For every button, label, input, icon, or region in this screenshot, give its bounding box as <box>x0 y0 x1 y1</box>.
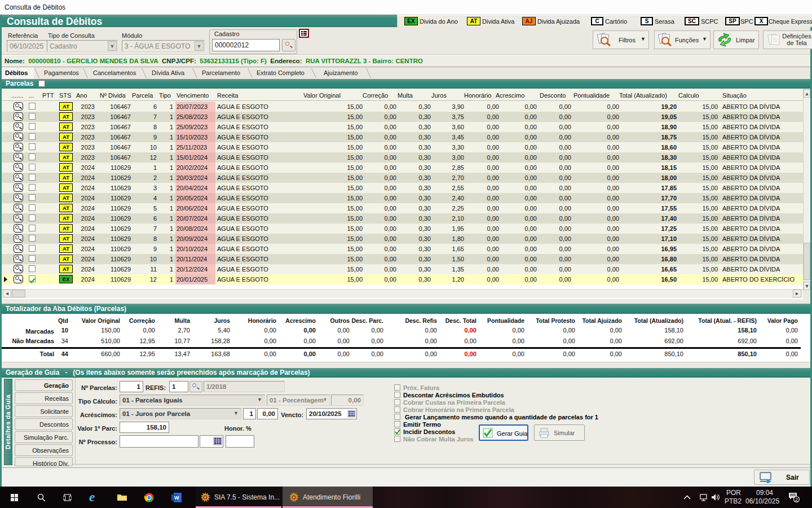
svg-text:2: 2 <box>795 497 798 502</box>
svg-text:W: W <box>174 495 179 501</box>
